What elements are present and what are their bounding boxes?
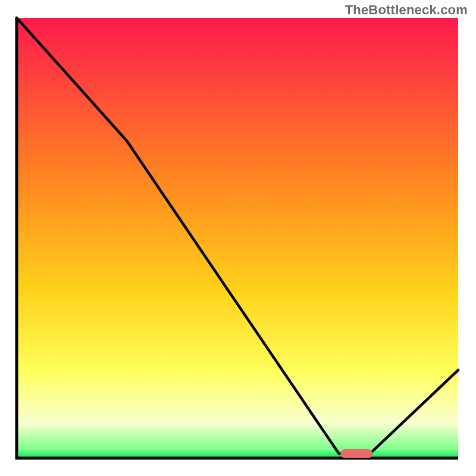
plot-background (17, 18, 458, 458)
optimum-marker (340, 449, 372, 458)
chart-container: TheBottleneck.com (0, 0, 476, 476)
watermark-text: TheBottleneck.com (345, 2, 468, 18)
chart-svg (0, 0, 476, 476)
